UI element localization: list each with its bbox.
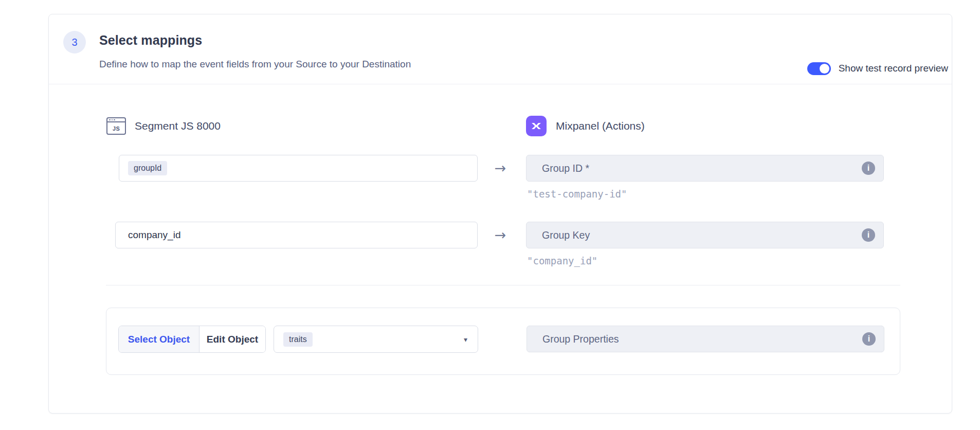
test-preview-value: "test-company-id" bbox=[527, 188, 627, 200]
info-icon[interactable]: i bbox=[862, 228, 875, 242]
section-divider bbox=[106, 285, 900, 285]
destination-field-label: Group Properties bbox=[542, 333, 862, 345]
chevron-down-icon: ▾ bbox=[464, 335, 467, 344]
destination-field-label: Group Key bbox=[542, 229, 862, 241]
browser-js-icon: JS bbox=[106, 117, 126, 135]
object-source-dropdown[interactable]: traits ▾ bbox=[274, 326, 478, 353]
browser-icon-topbar bbox=[107, 118, 125, 122]
page-title: Select mappings bbox=[99, 33, 202, 48]
edit-object-button[interactable]: Edit Object bbox=[199, 326, 265, 352]
destination-name: Mixpanel (Actions) bbox=[556, 120, 645, 132]
header-divider bbox=[49, 84, 952, 84]
select-mappings-card: 3 Select mappings Define how to map the … bbox=[48, 14, 952, 414]
source-field-input-group-key[interactable] bbox=[115, 222, 478, 248]
mixpanel-icon bbox=[526, 116, 547, 136]
destination-field-group-id[interactable]: Group ID * i bbox=[526, 155, 884, 182]
source-name: Segment JS 8000 bbox=[135, 120, 221, 132]
destination-field-label: Group ID * bbox=[542, 163, 862, 174]
destination-header: Mixpanel (Actions) bbox=[526, 115, 645, 137]
arrow-right-icon: → bbox=[488, 222, 512, 248]
destination-field-group-key[interactable]: Group Key i bbox=[526, 222, 884, 248]
show-test-record-preview-toggle[interactable] bbox=[807, 62, 831, 75]
mappings-page: 3 Select mappings Define how to map the … bbox=[0, 0, 980, 430]
info-icon[interactable]: i bbox=[862, 162, 875, 175]
js-icon-label: JS bbox=[107, 123, 125, 134]
info-icon[interactable]: i bbox=[862, 332, 876, 346]
object-source-chip[interactable]: traits bbox=[283, 332, 313, 347]
destination-field-group-properties[interactable]: Group Properties i bbox=[527, 326, 884, 352]
test-preview-value: "company_id" bbox=[527, 255, 597, 266]
toggle-label: Show test record preview bbox=[839, 63, 948, 74]
source-field-chip[interactable]: groupId bbox=[128, 161, 167, 175]
object-mode-segmented-control: Select Object Edit Object bbox=[118, 326, 266, 353]
object-mapping-box: Select Object Edit Object traits ▾ → Gro… bbox=[106, 308, 900, 375]
test-record-preview-toggle-group: Show test record preview bbox=[807, 61, 948, 76]
source-field-text-input[interactable] bbox=[116, 222, 477, 248]
page-subtitle: Define how to map the event fields from … bbox=[99, 59, 411, 70]
step-number-badge: 3 bbox=[63, 31, 86, 53]
source-header: JS Segment JS 8000 bbox=[106, 115, 221, 137]
arrow-right-icon: → bbox=[488, 155, 512, 182]
toggle-knob-icon bbox=[820, 64, 829, 74]
source-field-selector-group-id[interactable]: groupId bbox=[119, 155, 478, 182]
select-object-button[interactable]: Select Object bbox=[119, 326, 199, 352]
